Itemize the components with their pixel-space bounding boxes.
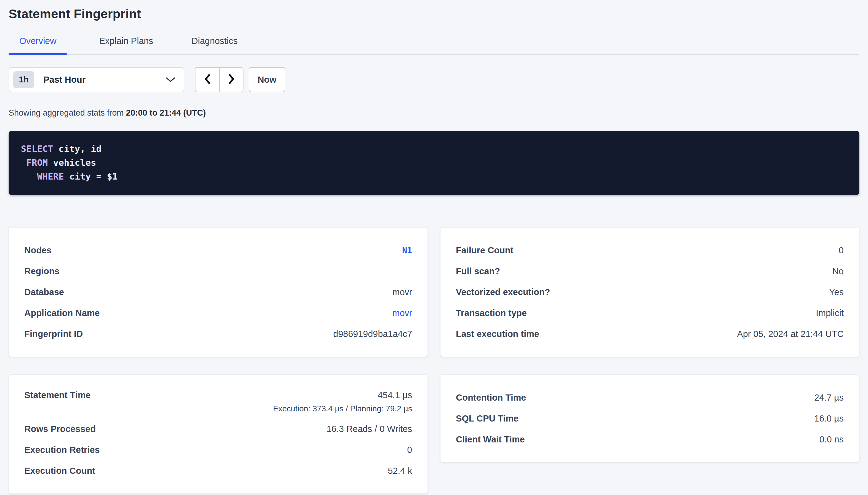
stat-row: Last execution timeApr 05, 2024 at 21:44… bbox=[456, 323, 844, 344]
stat-row: Transaction typeImplicit bbox=[456, 303, 844, 323]
stat-label: Transaction type bbox=[456, 308, 527, 318]
stat-value: Yes bbox=[829, 287, 844, 297]
sql-statement-box: SELECT city, id FROM vehicles WHERE city… bbox=[9, 131, 859, 195]
stat-value: 0 bbox=[839, 245, 844, 256]
stat-value: movr bbox=[392, 287, 412, 297]
stat-label: Vectorized execution? bbox=[456, 287, 550, 297]
stat-row: Failure Count0 bbox=[456, 240, 844, 261]
time-step-buttons bbox=[195, 67, 244, 92]
time-range-dropdown[interactable]: 1h Past Hour bbox=[9, 67, 184, 92]
sql-line: FROM vehicles bbox=[21, 156, 847, 170]
stat-row: Regions bbox=[24, 261, 412, 281]
next-interval-button[interactable] bbox=[219, 68, 243, 91]
stat-row: Client Wait Time0.0 ns bbox=[456, 429, 844, 450]
stat-row: SQL CPU Time16.0 µs bbox=[456, 408, 844, 429]
stat-value: 16.3 Reads / 0 Writes bbox=[327, 424, 412, 434]
stat-label: Fingerprint ID bbox=[24, 329, 83, 339]
stat-row: Application Namemovr bbox=[24, 303, 412, 323]
stat-value: Implicit bbox=[816, 308, 844, 318]
stat-label: Statement Time bbox=[24, 390, 91, 400]
stat-row: Rows Processed16.3 Reads / 0 Writes bbox=[24, 419, 412, 439]
stat-value: 24.7 µs bbox=[814, 393, 844, 403]
stats-line-range: 20:00 to 21:44 (UTC) bbox=[126, 108, 206, 117]
aggregated-stats-line: Showing aggregated stats from 20:00 to 2… bbox=[9, 108, 859, 118]
statement-fingerprint-page: Statement Fingerprint OverviewExplain Pl… bbox=[0, 0, 868, 494]
chevron-left-icon bbox=[203, 74, 211, 85]
stat-label: Full scan? bbox=[456, 266, 500, 276]
sql-line: WHERE city = $1 bbox=[21, 170, 847, 184]
stat-value: 454.1 µs bbox=[273, 390, 412, 400]
tab-bar: OverviewExplain PlansDiagnostics bbox=[9, 36, 859, 55]
time-picker-row: 1h Past Hour bbox=[9, 67, 859, 92]
stat-value-link[interactable]: N1 bbox=[402, 246, 412, 255]
stat-row: Full scan?No bbox=[456, 261, 844, 281]
stat-value: d986919d9ba1a4c7 bbox=[333, 329, 412, 339]
summary-cards: NodesN1RegionsDatabasemovrApplication Na… bbox=[9, 227, 859, 494]
performance-card-left: Statement Time454.1 µsExecution: 373.4 µ… bbox=[9, 374, 428, 494]
stat-value: Apr 05, 2024 at 21:44 UTC bbox=[737, 329, 844, 339]
stat-value: 0.0 ns bbox=[819, 434, 844, 445]
stat-row: NodesN1 bbox=[24, 240, 412, 261]
performance-card-right: Contention Time24.7 µsSQL CPU Time16.0 µ… bbox=[440, 374, 859, 462]
sql-line: SELECT city, id bbox=[21, 142, 847, 156]
stat-label: Execution Retries bbox=[24, 445, 100, 455]
stat-row: Databasemovr bbox=[24, 281, 412, 303]
stat-value-link[interactable]: movr bbox=[392, 308, 412, 318]
stat-label: Application Name bbox=[24, 308, 100, 318]
chevron-right-icon bbox=[228, 74, 235, 85]
tab-explain-plans[interactable]: Explain Plans bbox=[97, 36, 155, 54]
stat-label: Nodes bbox=[24, 245, 52, 256]
stat-label: Database bbox=[24, 287, 64, 297]
stat-row: Fingerprint IDd986919d9ba1a4c7 bbox=[24, 323, 412, 344]
tab-diagnostics[interactable]: Diagnostics bbox=[185, 36, 244, 54]
stat-row: Statement Time454.1 µsExecution: 373.4 µ… bbox=[24, 387, 412, 419]
stat-label: Regions bbox=[24, 266, 60, 276]
stat-label: Contention Time bbox=[456, 393, 526, 403]
stat-row: Execution Count52.4 k bbox=[24, 460, 412, 481]
stat-subvalue: Execution: 373.4 µs / Planning: 79.2 µs bbox=[273, 404, 412, 413]
tab-overview[interactable]: Overview bbox=[9, 36, 67, 54]
details-card-left: NodesN1RegionsDatabasemovrApplication Na… bbox=[9, 227, 428, 357]
stat-value: 0 bbox=[407, 445, 412, 455]
chevron-down-icon bbox=[166, 77, 175, 82]
stat-row: Vectorized execution?Yes bbox=[456, 281, 844, 303]
time-range-selected: Past Hour bbox=[44, 75, 85, 85]
stat-value: No bbox=[832, 266, 844, 276]
stat-label: Client Wait Time bbox=[456, 434, 525, 445]
stat-label: Execution Count bbox=[24, 466, 95, 476]
now-button[interactable]: Now bbox=[249, 67, 285, 92]
stat-label: Last execution time bbox=[456, 329, 539, 339]
stat-label: Rows Processed bbox=[24, 424, 96, 434]
stats-line-prefix: Showing aggregated stats from bbox=[9, 108, 126, 117]
stat-row: Execution Retries0 bbox=[24, 439, 412, 460]
stat-value: 52.4 k bbox=[388, 466, 412, 476]
page-title: Statement Fingerprint bbox=[9, 7, 859, 21]
stat-label: Failure Count bbox=[456, 245, 513, 256]
previous-interval-button[interactable] bbox=[195, 68, 219, 91]
stat-label: SQL CPU Time bbox=[456, 413, 519, 424]
stat-row: Contention Time24.7 µs bbox=[456, 387, 844, 408]
time-range-badge: 1h bbox=[13, 71, 34, 88]
details-card-right: Failure Count0Full scan?NoVectorized exe… bbox=[440, 227, 859, 357]
stat-value: 16.0 µs bbox=[814, 413, 844, 424]
